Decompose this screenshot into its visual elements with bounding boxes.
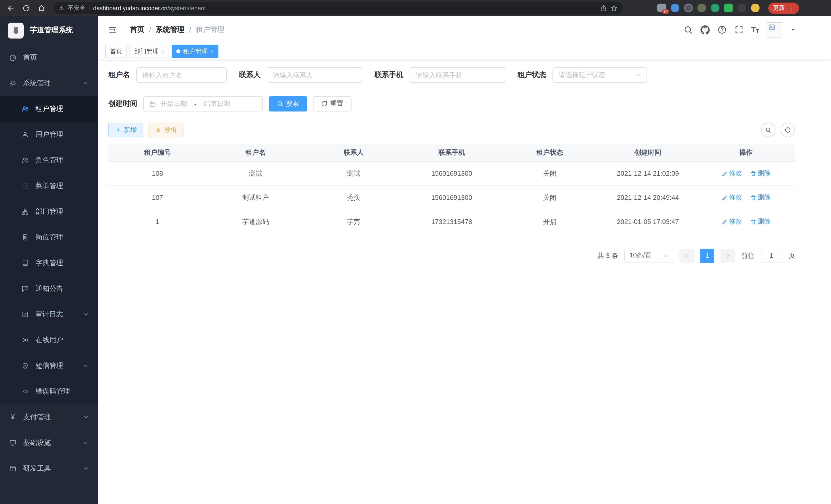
delete-button[interactable]: 删除 bbox=[750, 169, 771, 178]
filter-contact: 联系人 bbox=[239, 67, 362, 83]
date-range-picker[interactable]: 开始日期 - 结束日期 bbox=[143, 96, 263, 112]
sidebar-item-label: 系统管理 bbox=[23, 79, 51, 88]
message-icon bbox=[22, 285, 29, 292]
trash-icon bbox=[750, 218, 756, 225]
edit-button[interactable]: 修改 bbox=[721, 217, 742, 226]
sidebar-item-system[interactable]: 系统管理 bbox=[0, 70, 98, 96]
app-logo-row[interactable]: 芋道管理系统 bbox=[0, 16, 98, 45]
sidebar-item-error-code[interactable]: 错误码管理 bbox=[0, 379, 98, 404]
share-icon[interactable] bbox=[600, 4, 607, 11]
sidebar-item-dict[interactable]: 字典管理 bbox=[0, 250, 98, 276]
tab-home[interactable]: 首页 bbox=[105, 45, 127, 58]
help-icon[interactable] bbox=[717, 25, 726, 34]
sidebar-item-sms[interactable]: 短信管理 bbox=[0, 353, 98, 379]
github-icon[interactable] bbox=[700, 25, 710, 34]
sidebar-item-user[interactable]: 用户管理 bbox=[0, 122, 98, 147]
delete-button[interactable]: 删除 bbox=[750, 193, 771, 202]
sidebar-collapse-button[interactable] bbox=[105, 25, 120, 34]
extension-icon[interactable] bbox=[724, 4, 733, 12]
close-icon[interactable]: × bbox=[161, 48, 165, 55]
id-badge-icon bbox=[22, 234, 29, 241]
sidebar-item-label: 短信管理 bbox=[35, 361, 63, 370]
sidebar-item-tenant[interactable]: 租户管理 bbox=[0, 96, 98, 122]
sidebar-item-devtools[interactable]: 研发工具 bbox=[0, 456, 98, 481]
search-button[interactable]: 搜索 bbox=[269, 96, 307, 112]
filter-status: 租户状态 请选择租户状态 bbox=[517, 67, 647, 83]
sidebar-item-role[interactable]: 角色管理 bbox=[0, 147, 98, 173]
caret-down-icon[interactable] bbox=[790, 26, 796, 33]
bookmark-star-icon[interactable] bbox=[610, 4, 618, 11]
sidebar-item-menu[interactable]: 菜单管理 bbox=[0, 173, 98, 199]
cell-tenant-id: 107 bbox=[109, 185, 207, 210]
page-size-select[interactable]: 10条/页 bbox=[624, 248, 673, 263]
search-icon bbox=[277, 101, 283, 107]
chevron-down-icon bbox=[83, 466, 89, 472]
kebab-menu-icon[interactable]: ⋮ bbox=[788, 4, 795, 12]
tab-tenant[interactable]: 租户管理 × bbox=[172, 45, 219, 58]
top-navbar: 首页 / 系统管理 / 租户管理 TT bbox=[98, 16, 831, 43]
font-size-icon[interactable]: TT bbox=[751, 25, 759, 34]
cell-tenant-name: 测试租户 bbox=[207, 185, 305, 210]
browser-reload-button[interactable] bbox=[20, 1, 33, 14]
breadcrumb-home[interactable]: 首页 bbox=[130, 25, 144, 34]
extension-icon[interactable] bbox=[671, 4, 679, 12]
delete-button[interactable]: 删除 bbox=[750, 217, 771, 226]
fullscreen-icon[interactable] bbox=[734, 25, 743, 34]
status-select[interactable]: 请选择租户状态 bbox=[552, 67, 647, 83]
sidebar-item-post[interactable]: 岗位管理 bbox=[0, 225, 98, 250]
cell-status: 关闭 bbox=[501, 161, 599, 185]
tenants-icon bbox=[22, 105, 29, 113]
extension-icon[interactable] bbox=[684, 4, 693, 12]
sidebar-item-home[interactable]: 首页 bbox=[0, 45, 98, 70]
extension-icon[interactable] bbox=[697, 4, 706, 12]
trash-icon bbox=[750, 195, 756, 201]
address-bar[interactable]: ⚠ 不安全 dashboard.yudao.iocoder.cn/system/… bbox=[53, 2, 623, 14]
url-text[interactable]: dashboard.yudao.iocoder.cn/system/tenant bbox=[93, 5, 206, 11]
monitor-icon bbox=[9, 439, 17, 446]
next-page-button[interactable] bbox=[720, 248, 735, 263]
goto-label: 前往 bbox=[741, 251, 754, 260]
export-button[interactable]: 导出 bbox=[148, 123, 183, 137]
toolbox-icon bbox=[9, 465, 17, 472]
extension-icon[interactable]: 10 bbox=[657, 4, 666, 12]
close-icon[interactable]: × bbox=[210, 48, 214, 55]
toggle-search-button[interactable] bbox=[761, 123, 775, 137]
edit-button[interactable]: 修改 bbox=[721, 193, 742, 202]
sidebar-item-audit-log[interactable]: 审计日志 bbox=[0, 302, 98, 327]
sidebar-item-label: 审计日志 bbox=[35, 310, 63, 319]
goto-page-input[interactable] bbox=[761, 248, 782, 263]
refresh-table-button[interactable] bbox=[781, 123, 795, 137]
prev-page-button[interactable] bbox=[679, 248, 694, 263]
browser-home-button[interactable] bbox=[35, 1, 48, 14]
app-title: 芋道管理系统 bbox=[30, 26, 73, 35]
phone-input[interactable] bbox=[409, 67, 505, 83]
tenant-name-input[interactable] bbox=[136, 67, 227, 83]
tenant-name-label: 租户名 bbox=[109, 70, 130, 80]
tenant-table: 租户编号 租户名 联系人 联系手机 租户状态 创建时间 操作 108 测试 bbox=[109, 144, 795, 234]
avatar[interactable] bbox=[767, 22, 782, 37]
browser-back-button[interactable] bbox=[4, 1, 18, 14]
extension-icon[interactable] bbox=[711, 4, 719, 12]
profile-avatar-icon[interactable] bbox=[751, 4, 760, 12]
signal-icon bbox=[22, 336, 29, 344]
edit-button[interactable]: 修改 bbox=[721, 169, 742, 178]
sidebar-item-notice[interactable]: 通知公告 bbox=[0, 276, 98, 302]
security-chip-label[interactable]: 不安全 bbox=[68, 4, 86, 12]
url-path: /system/tenant bbox=[168, 5, 206, 11]
puzzle-extensions-icon[interactable] bbox=[738, 4, 746, 12]
reset-button[interactable]: 重置 bbox=[313, 96, 351, 112]
tab-dept[interactable]: 部门管理 × bbox=[130, 45, 169, 58]
search-icon[interactable] bbox=[683, 25, 692, 34]
column-header-actions: 操作 bbox=[697, 144, 795, 161]
sidebar-item-infra[interactable]: 基础设施 bbox=[0, 430, 98, 456]
browser-update-button[interactable]: 更新 ⋮ bbox=[768, 2, 799, 13]
breadcrumb-system[interactable]: 系统管理 bbox=[156, 25, 184, 34]
date-start-placeholder: 开始日期 bbox=[160, 99, 187, 109]
sidebar-item-online-user[interactable]: 在线用户 bbox=[0, 327, 98, 353]
sidebar-item-dept[interactable]: 部门管理 bbox=[0, 199, 98, 225]
page-number-button[interactable]: 1 bbox=[700, 248, 714, 263]
pagination-total: 共 3 条 bbox=[597, 251, 618, 260]
contact-input[interactable] bbox=[267, 67, 362, 83]
add-button[interactable]: 新增 bbox=[109, 123, 143, 137]
sidebar-item-payment[interactable]: 支付管理 bbox=[0, 404, 98, 430]
